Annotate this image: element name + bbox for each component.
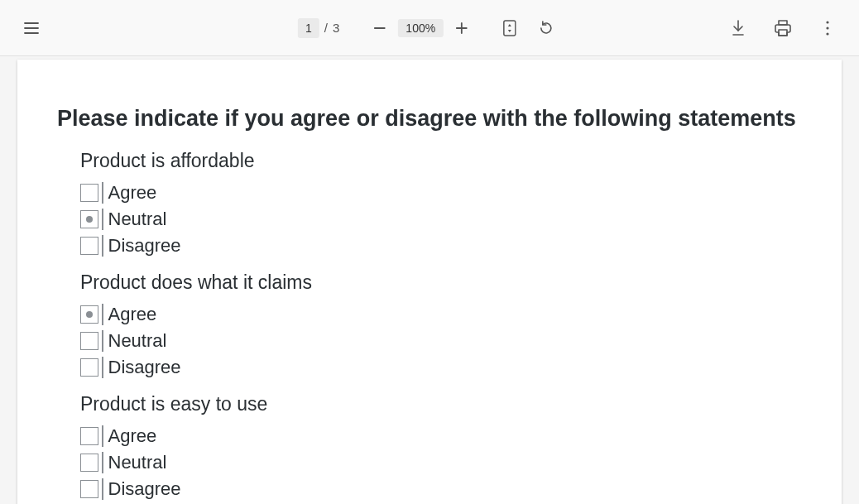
question-text: Product does what it claims	[80, 271, 802, 294]
option-row: Disagree	[80, 357, 802, 378]
checkbox[interactable]	[80, 210, 98, 228]
option-divider	[102, 209, 103, 230]
svg-point-9	[826, 21, 828, 23]
group-spacer	[57, 262, 802, 271]
download-icon	[732, 20, 745, 36]
form-heading: Please indicate if you agree or disagree…	[57, 106, 802, 132]
option-label: Disagree	[108, 235, 181, 257]
question-text: Product is easy to use	[80, 393, 802, 415]
svg-point-10	[826, 26, 828, 29]
print-button[interactable]	[768, 13, 798, 43]
toolbar-left	[17, 13, 46, 43]
option-row: Agree	[80, 425, 802, 447]
question-text: Product is affordable	[80, 150, 802, 172]
svg-rect-8	[779, 30, 787, 36]
option-row: Agree	[80, 182, 802, 204]
option-label: Agree	[108, 182, 157, 204]
checkbox[interactable]	[80, 237, 98, 255]
option-divider	[102, 425, 103, 447]
option-divider	[102, 304, 103, 325]
checkbox[interactable]	[80, 332, 98, 350]
page-number-input[interactable]	[298, 18, 319, 38]
option-divider	[102, 330, 103, 352]
plus-icon	[456, 22, 468, 34]
option-row: Neutral	[80, 330, 802, 352]
more-vertical-icon	[826, 21, 829, 36]
page-indicator: / 3	[298, 18, 340, 38]
option-divider	[102, 235, 103, 257]
option-divider	[102, 452, 103, 473]
more-button[interactable]	[813, 13, 842, 43]
zoom-controls: 100%	[364, 13, 477, 43]
option-label: Agree	[108, 425, 157, 447]
fit-page-icon	[503, 20, 516, 36]
print-icon	[775, 20, 791, 36]
option-row: Disagree	[80, 478, 802, 500]
checkbox[interactable]	[80, 427, 98, 445]
document-viewport[interactable]: Please indicate if you agree or disagree…	[0, 56, 859, 504]
option-divider	[102, 357, 103, 378]
option-label: Neutral	[108, 209, 167, 230]
option-label: Disagree	[108, 357, 181, 378]
download-button[interactable]	[723, 13, 753, 43]
checkbox[interactable]	[80, 184, 98, 202]
checkbox[interactable]	[80, 480, 98, 498]
checkbox[interactable]	[80, 454, 98, 472]
option-divider	[102, 182, 103, 204]
option-label: Disagree	[108, 478, 181, 500]
zoom-out-button[interactable]	[364, 13, 394, 43]
hamburger-icon	[24, 22, 39, 34]
pdf-toolbar: / 3 100%	[0, 0, 859, 56]
rotate-button[interactable]	[531, 13, 561, 43]
option-row: Disagree	[80, 235, 802, 257]
rotate-icon	[539, 21, 554, 36]
menu-button[interactable]	[17, 13, 46, 43]
zoom-level[interactable]: 100%	[397, 19, 444, 37]
option-row: Neutral	[80, 452, 802, 473]
option-divider	[102, 478, 103, 500]
toolbar-center: / 3 100%	[298, 13, 561, 43]
option-label: Neutral	[108, 330, 167, 352]
questions-container: Product is affordableAgreeNeutralDisagre…	[57, 150, 802, 504]
zoom-in-button[interactable]	[447, 13, 477, 43]
option-row: Neutral	[80, 209, 802, 230]
checkbox[interactable]	[80, 358, 98, 377]
option-label: Neutral	[108, 452, 167, 473]
svg-rect-6	[504, 21, 516, 36]
pdf-page: Please indicate if you agree or disagree…	[17, 60, 842, 504]
group-spacer	[57, 383, 802, 393]
option-label: Agree	[108, 304, 157, 325]
page-total: 3	[333, 21, 339, 35]
toolbar-right	[723, 13, 842, 43]
fit-page-button[interactable]	[495, 13, 525, 43]
minus-icon	[373, 22, 385, 34]
svg-point-11	[826, 32, 828, 35]
option-row: Agree	[80, 304, 802, 325]
page-separator: /	[324, 21, 328, 35]
checkbox[interactable]	[80, 305, 98, 324]
